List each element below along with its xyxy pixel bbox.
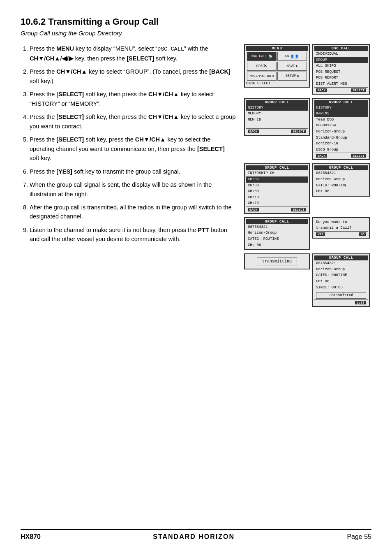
mnsi-cell: MNSI/POS INFO — [247, 72, 277, 81]
arrow-icon: ► — [296, 64, 298, 68]
step-8: After the group call is transmitted, all… — [30, 203, 236, 221]
page-container: 10.6.2 Transmitting a Group Call Group C… — [0, 0, 392, 557]
standard-group-row: Standard-Group — [314, 135, 368, 141]
menu-title-label: MENU — [246, 46, 308, 51]
diagram-row-3: GROUP CALL INTERSHIP CH CH:06 CH:08 CH:0… — [244, 163, 371, 214]
antenna-icon: 📡 — [268, 54, 273, 59]
intership-footer: BACK SELECT — [246, 207, 308, 212]
back-btn-dsc: BACK — [316, 88, 327, 92]
gc-history-title: GROUP CALL — [314, 100, 368, 105]
id-087-tx-row: 087654321 — [246, 224, 308, 230]
select-btn-gc: SELECT — [291, 130, 306, 133]
step-4: Press the [SELECT] soft key, then press … — [30, 112, 236, 131]
diagram-row-2: GROUP CALL HISTORY MEMORY NEW ID BACK SE… — [244, 98, 371, 160]
step-7: When the group call signal is sent, the … — [30, 180, 236, 199]
ch09-row: CH:09 — [246, 188, 308, 195]
dsc-call-title: DSC CALL — [314, 46, 368, 51]
categ-routine-row: CATEG: ROUTINE — [314, 183, 368, 189]
horizon-group-detail: Horizon-Group — [314, 176, 368, 183]
section-title: 10.6.2 Transmitting a Group Call — [21, 16, 371, 27]
page-footer: HX870 STANDARD HORIZON Page 55 — [21, 529, 371, 541]
transmitted-screen: GROUP CALL 087654321 Horizon-Group CATEG… — [312, 253, 370, 307]
step-6: Press the [YES] soft key to transmit the… — [30, 167, 236, 176]
steps-column: Press the MENU key to display “MENU”, se… — [21, 44, 236, 521]
gc-detail-title: GROUP CALL — [314, 165, 368, 170]
footer-brand: STANDARD HORIZON — [153, 533, 235, 541]
step-9: Listen to the channel to make sure it is… — [30, 225, 236, 244]
since-row: SINCE: 00:05 — [314, 285, 368, 291]
id-066-row: 066901254 — [314, 123, 368, 129]
individual-row: INDIVIDUAL — [314, 51, 368, 57]
setup-cell: SETUP ⚙ — [277, 72, 307, 81]
diagram-row-4: GROUP CALL 087654321 Horizon-Group CATEG… — [244, 217, 371, 250]
ch-06-row: CH: 06 — [314, 188, 368, 195]
dsc-call-menu: DSC CALL INDIVIDUAL GROUP ALL SHIPS POS … — [312, 44, 370, 95]
transmitted-footer: BACK QUIT — [314, 299, 368, 305]
confirm-screen: Do you want to transmit a Call? YES NO — [312, 217, 370, 250]
transmitting-label: transmitting — [257, 258, 297, 265]
team-bob-row: Team BOB — [314, 117, 368, 123]
group-call-title: GROUP CALL — [246, 100, 308, 105]
step-2: Press the CH▼/CH▲ key to select “GROUP”.… — [30, 67, 236, 86]
transmitting-box: transmitting — [244, 253, 310, 269]
group-row: GROUP — [314, 57, 368, 63]
select-btn-int: SELECT — [291, 208, 306, 211]
history-footer: BACK SELECT — [314, 153, 368, 158]
gc-tx-title: GROUP CALL — [314, 255, 368, 260]
diagram-column: MENU DSC CALL 📡 GN 👤👤 GPS — [244, 44, 371, 521]
confirm-msg2-row: transmit a Call? — [314, 225, 368, 231]
main-content: Press the MENU key to display “MENU”, se… — [21, 44, 371, 521]
section-subtitle: Group Call using the Group Directory — [21, 30, 371, 37]
back-btn-int: BACK — [248, 208, 259, 211]
group-call-footer: BACK SELECT — [246, 128, 308, 134]
gc-087-title: GROUP CALL — [246, 219, 308, 224]
ch13-row: CH:13 — [246, 200, 308, 207]
group-call-history-screen: GROUP CALL HISTORY KARENS Team BOB 06690… — [312, 98, 370, 160]
new-id-row: NEW ID — [246, 117, 308, 123]
memory-row: MEMORY — [246, 111, 308, 117]
uscg-group-row: USCG Group — [314, 147, 368, 153]
confirm-footer: YES NO — [314, 231, 368, 237]
ch10-row: CH:10 — [246, 195, 308, 201]
gps-cell: GPS 🛰 — [247, 62, 277, 71]
dsc-footer: BACK SELECT — [314, 87, 368, 93]
no-btn: NO — [359, 232, 366, 236]
group-call-screen: GROUP CALL HISTORY MEMORY NEW ID BACK SE… — [244, 98, 310, 160]
transmitted-box: Transmitted — [316, 292, 366, 299]
footer-model: HX870 — [21, 533, 41, 541]
gn-label: GN — [285, 54, 289, 58]
all-ships-row: ALL SHIPS — [314, 63, 368, 69]
karens-row: KARENS — [314, 111, 368, 117]
intership-screen: GROUP CALL INTERSHIP CH CH:06 CH:08 CH:0… — [244, 163, 310, 214]
step-3: Press the [SELECT] soft key, then press … — [30, 90, 236, 108]
diagram-row-5: transmitting GROUP CALL 087654321 Horizo… — [244, 253, 371, 307]
gps-label: GPS — [256, 64, 263, 68]
ch-since-row: CH: 06 — [314, 278, 368, 285]
steps-list: Press the MENU key to display “MENU”, se… — [21, 44, 236, 244]
horizon-group-row: Horizon-Group — [314, 129, 368, 135]
ch06-row: CH:06 — [246, 176, 308, 183]
confirm-msg-row: Do you want to — [314, 219, 368, 225]
pos-request-row: POS REQUEST — [314, 69, 368, 75]
setup-label: SETUP — [286, 74, 296, 78]
gear-icon: ⚙ — [297, 74, 299, 79]
person-icon: 👤👤 — [290, 54, 299, 59]
navi-cell: NAVI ► — [277, 62, 307, 71]
categ-since-row: CATEG: ROUTINE — [314, 272, 368, 278]
select-btn-dsc: SELECT — [351, 88, 366, 92]
dsc-call-cell: DSC CALL 📡 — [247, 52, 277, 61]
transmitting-box-wrap: transmitting — [244, 253, 310, 307]
group-call-087-screen: GROUP CALL 087654321 Horizon-Group CATEG… — [244, 217, 310, 250]
history-header: HISTORY — [314, 105, 368, 111]
ch-06-tx-row: CH: 06 — [246, 242, 308, 248]
gn-cell: GN 👤👤 — [277, 52, 307, 61]
satellite-icon: 🛰 — [263, 64, 267, 68]
navi-label: NAVI — [286, 64, 295, 68]
intership-title: GROUP CALL — [246, 165, 308, 170]
id-087-row: 087654321 — [314, 170, 368, 176]
step-1: Press the MENU key to display “MENU”, se… — [30, 44, 236, 63]
quit-btn: QUIT — [355, 301, 366, 304]
menu-grid: DSC CALL 📡 GN 👤👤 GPS 🛰 — [246, 51, 308, 81]
back-btn-hist: BACK — [316, 154, 327, 158]
id-087-since-row: 087654321 — [314, 260, 368, 267]
